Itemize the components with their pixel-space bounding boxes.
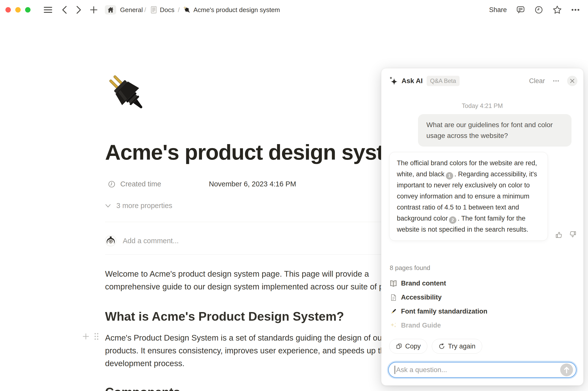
qa-beta-badge: Q&A Beta	[427, 76, 459, 86]
source-label: Brand content	[401, 280, 446, 287]
copy-icon	[396, 343, 402, 349]
ask-question-input[interactable]: Ask a question...	[388, 362, 577, 378]
copy-label: Copy	[405, 343, 421, 350]
try-again-label: Try again	[448, 343, 475, 350]
toolbar: General / Docs / Acme's product design s…	[0, 0, 588, 20]
section-heading[interactable]: What is Acme's Product Design System?	[105, 309, 344, 324]
avatar	[105, 235, 116, 246]
plug-icon	[183, 6, 191, 14]
source-item[interactable]: Brand content	[390, 276, 487, 291]
feedback-buttons	[555, 230, 577, 239]
add-block-icon[interactable]	[82, 333, 90, 340]
minimize-window-button[interactable]	[15, 7, 21, 12]
property-label: Created time	[120, 180, 194, 188]
sources-list: Brand content Accessibility	[390, 276, 487, 332]
conversation-timestamp: Today 4:21 PM	[381, 102, 583, 109]
ai-panel-header: Ask AI Q&A Beta Clear	[389, 75, 578, 87]
intro-line: comprehensive guide to our design system…	[105, 280, 412, 293]
page-plug-icon[interactable]	[105, 71, 149, 115]
answer-text: . Regarding accessibility, it's importan…	[397, 170, 537, 222]
back-icon[interactable]	[62, 6, 67, 14]
favorite-star-icon[interactable]	[553, 5, 562, 14]
sparkles-icon	[390, 322, 397, 329]
panel-more-icon[interactable]	[553, 80, 559, 82]
sparkle-ai-icon	[389, 76, 398, 86]
pen-icon	[390, 308, 397, 315]
clear-button[interactable]: Clear	[529, 77, 545, 85]
citation-chip[interactable]: 1	[446, 172, 453, 180]
property-value[interactable]: November 6, 2023 4:16 PM	[209, 180, 296, 188]
breadcrumb-separator: /	[144, 6, 146, 14]
add-comment-row[interactable]: Add a comment...	[105, 235, 179, 246]
app-window: General / Docs / Acme's product design s…	[0, 0, 588, 391]
send-arrow-icon	[563, 366, 570, 373]
more-properties-label: 3 more properties	[116, 202, 172, 210]
thumbs-down-icon[interactable]	[569, 230, 577, 239]
breadcrumb-section[interactable]: Docs	[160, 6, 174, 14]
property-created-time[interactable]: Created time November 6, 2023 4:16 PM	[105, 180, 296, 188]
input-placeholder: Ask a question...	[396, 366, 560, 374]
close-icon	[570, 79, 575, 83]
divider	[105, 222, 410, 222]
intro-line: Welcome to Acme's product design system …	[105, 268, 412, 280]
source-item[interactable]: Brand Guide	[390, 318, 487, 332]
page-title[interactable]: Acme's product design system	[105, 140, 414, 165]
sources-count: 8 pages found	[390, 264, 430, 272]
clock-icon	[108, 181, 116, 188]
page-icon	[390, 294, 397, 301]
source-label: Accessibility	[401, 293, 442, 301]
forward-icon[interactable]	[76, 6, 82, 14]
ask-ai-panel: Ask AI Q&A Beta Clear Today 4:21 PM What…	[381, 68, 584, 386]
retry-icon	[438, 343, 445, 350]
window-controls	[5, 7, 30, 12]
sidebar-menu-icon[interactable]	[44, 7, 52, 13]
thumbs-up-icon[interactable]	[555, 230, 563, 239]
source-label: Brand Guide	[401, 322, 441, 329]
block-controls	[82, 332, 99, 340]
ai-answer-row: The official brand colors for the websit…	[389, 152, 577, 241]
ai-answer-bubble: The official brand colors for the websit…	[389, 152, 548, 241]
copy-button[interactable]: Copy	[389, 339, 427, 354]
drag-handle-icon[interactable]	[94, 332, 99, 340]
next-section-heading[interactable]: Components	[105, 385, 180, 391]
close-window-button[interactable]	[5, 7, 11, 12]
breadcrumb-page[interactable]: Acme's product design system	[193, 6, 280, 14]
more-properties-toggle[interactable]: 3 more properties	[105, 202, 172, 210]
book-icon	[390, 280, 397, 287]
home-breadcrumb-chip[interactable]	[105, 5, 116, 14]
add-comment-placeholder: Add a comment...	[123, 237, 179, 245]
text-caret	[395, 366, 395, 374]
breadcrumb-separator: /	[178, 6, 180, 14]
new-page-icon[interactable]	[90, 6, 98, 13]
intro-paragraph[interactable]: Welcome to Acme's product design system …	[105, 268, 412, 293]
body-line: Acme's Product Design System is a set of…	[105, 331, 389, 344]
ai-panel-title: Ask AI	[401, 77, 423, 85]
body-line: products. It ensures consistency, improv…	[105, 344, 389, 357]
divider	[105, 254, 410, 255]
user-message-bubble: What are our guidelines for font and col…	[418, 114, 572, 147]
citation-chip[interactable]: 2	[449, 216, 456, 224]
history-clock-icon[interactable]	[534, 5, 543, 14]
docs-page-icon	[150, 6, 157, 14]
chevron-down-icon	[105, 204, 111, 208]
close-panel-button[interactable]	[567, 76, 578, 86]
send-button[interactable]	[560, 364, 573, 376]
zoom-window-button[interactable]	[25, 7, 30, 12]
try-again-button[interactable]: Try again	[432, 339, 482, 354]
source-item[interactable]: Font family standardization	[390, 304, 487, 318]
answer-actions: Copy Try again	[389, 339, 482, 354]
more-options-icon[interactable]	[571, 9, 580, 11]
source-label: Font family standardization	[401, 308, 487, 315]
home-icon	[107, 7, 114, 13]
body-line: development process.	[105, 357, 389, 370]
comments-icon[interactable]	[516, 5, 525, 14]
breadcrumb-workspace[interactable]: General	[120, 6, 143, 14]
body-paragraph[interactable]: Acme's Product Design System is a set of…	[105, 331, 389, 370]
share-button[interactable]: Share	[489, 6, 507, 14]
source-item[interactable]: Accessibility	[390, 291, 487, 304]
